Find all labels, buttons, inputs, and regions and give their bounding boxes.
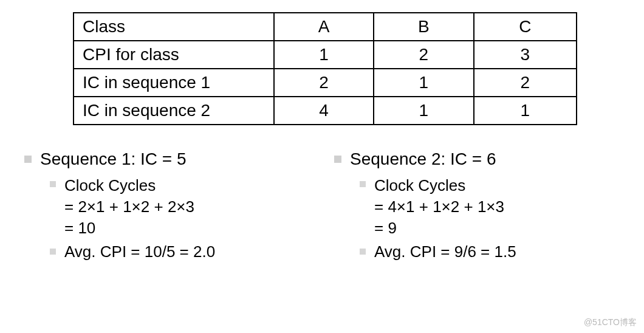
- sequence-1-title: Sequence 1: IC = 5: [40, 149, 187, 169]
- cell-ic2-b: 1: [374, 97, 473, 125]
- cpi-table-container: Class A B C CPI for class 1 2 3 IC in se…: [73, 12, 577, 125]
- header-a: A: [274, 13, 374, 41]
- sequence-1-column: Sequence 1: IC = 5 Clock Cycles = 2×1 + …: [24, 149, 310, 265]
- sequence-2-title-row: Sequence 2: IC = 6: [334, 149, 620, 169]
- table-row: IC in sequence 1 2 1 2: [74, 69, 577, 97]
- sequence-1-title-row: Sequence 1: IC = 5: [24, 149, 310, 169]
- bullet-icon: [360, 181, 366, 187]
- bullet-icon: [334, 156, 341, 163]
- cell-ic2-a: 4: [274, 97, 374, 125]
- watermark-text: @51CTO博客: [584, 317, 637, 328]
- clock-cycles-result: = 9: [374, 218, 504, 239]
- clock-cycles-result: = 10: [64, 218, 194, 239]
- cpi-table: Class A B C CPI for class 1 2 3 IC in se…: [73, 12, 577, 125]
- bullet-icon: [50, 249, 56, 255]
- row-ic1-label: IC in sequence 1: [74, 69, 274, 97]
- sequence-2-cc: Clock Cycles = 4×1 + 1×2 + 1×3 = 9: [360, 175, 620, 239]
- sequence-2-title: Sequence 2: IC = 6: [350, 149, 496, 169]
- bullet-icon: [24, 156, 32, 163]
- cell-ic1-a: 2: [274, 69, 374, 97]
- clock-cycles-expr: = 4×1 + 1×2 + 1×3: [374, 196, 504, 218]
- header-b: B: [374, 13, 473, 41]
- row-ic2-label: IC in sequence 2: [74, 97, 274, 125]
- bullet-icon: [360, 249, 366, 255]
- table-row: Class A B C: [74, 13, 577, 41]
- cell-cpi-c: 3: [474, 41, 577, 69]
- sequence-1-avg: Avg. CPI = 10/5 = 2.0: [64, 242, 215, 261]
- clock-cycles-label: Clock Cycles: [374, 175, 504, 196]
- header-c: C: [474, 13, 577, 41]
- sequence-2-avg-row: Avg. CPI = 9/6 = 1.5: [360, 242, 620, 261]
- cell-ic1-b: 1: [374, 69, 473, 97]
- cell-cpi-a: 1: [274, 41, 374, 69]
- sequence-2-cc-text: Clock Cycles = 4×1 + 1×2 + 1×3 = 9: [374, 175, 504, 239]
- cell-ic1-c: 2: [474, 69, 577, 97]
- cell-ic2-c: 1: [474, 97, 577, 125]
- clock-cycles-label: Clock Cycles: [64, 175, 194, 196]
- sequence-1-avg-row: Avg. CPI = 10/5 = 2.0: [50, 242, 310, 261]
- sequence-2-avg: Avg. CPI = 9/6 = 1.5: [374, 242, 516, 261]
- header-class: Class: [74, 13, 274, 41]
- cell-cpi-b: 2: [374, 41, 473, 69]
- table-row: CPI for class 1 2 3: [74, 41, 577, 69]
- sequence-2-column: Sequence 2: IC = 6 Clock Cycles = 4×1 + …: [334, 149, 620, 265]
- sequence-columns: Sequence 1: IC = 5 Clock Cycles = 2×1 + …: [24, 149, 620, 265]
- row-cpi-label: CPI for class: [74, 41, 274, 69]
- sequence-1-cc: Clock Cycles = 2×1 + 1×2 + 2×3 = 10: [50, 175, 310, 239]
- clock-cycles-expr: = 2×1 + 1×2 + 2×3: [64, 196, 194, 218]
- bullet-icon: [50, 181, 56, 187]
- sequence-1-cc-text: Clock Cycles = 2×1 + 1×2 + 2×3 = 10: [64, 175, 194, 239]
- table-row: IC in sequence 2 4 1 1: [74, 97, 577, 125]
